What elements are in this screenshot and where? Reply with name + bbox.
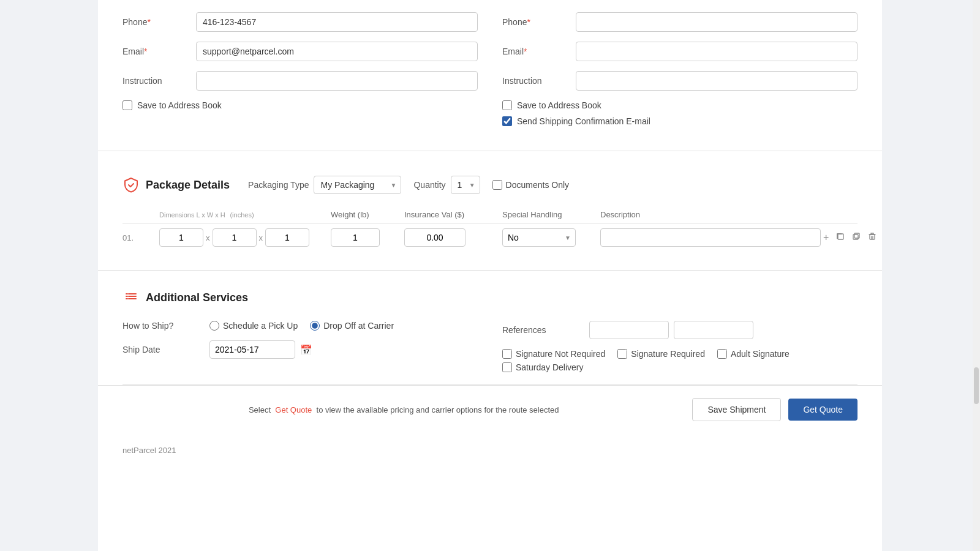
- ship-date-row: Ship Date 📅: [123, 340, 478, 359]
- saturday-delivery-checkbox[interactable]: [502, 362, 512, 372]
- references-label: References: [502, 325, 582, 335]
- schedule-pickup-option[interactable]: Schedule a Pick Up: [209, 321, 298, 331]
- sender-save-address-label[interactable]: Save to Address Book: [137, 100, 222, 110]
- dimensions-inputs: x x: [159, 228, 331, 247]
- scrollbar-thumb[interactable]: [974, 367, 979, 404]
- insurance-input[interactable]: [404, 228, 466, 247]
- col-dimensions-label: Dimensions L x W x H (inches): [159, 210, 331, 219]
- calendar-icon[interactable]: 📅: [300, 344, 312, 356]
- recipient-instruction-row: Instruction: [502, 71, 858, 91]
- add-row-button[interactable]: +: [821, 231, 831, 244]
- length-input[interactable]: [159, 228, 203, 247]
- special-handling-select[interactable]: No Fragile Oversized Hazmat: [502, 228, 576, 247]
- weight-input[interactable]: [331, 228, 380, 247]
- scrollbar[interactable]: [973, 0, 980, 551]
- package-table-header: Dimensions L x W x H (inches) Weight (lb…: [123, 206, 858, 223]
- packaging-type-wrapper: My Packaging FedEx Box FedEx Envelope UP…: [314, 176, 401, 194]
- reference2-input[interactable]: [674, 321, 753, 339]
- ship-date-input[interactable]: [209, 340, 295, 359]
- recipient-phone-input[interactable]: [576, 12, 858, 32]
- sig-not-required-option: Signature Not Required: [502, 349, 605, 359]
- footer-bar: Select Get Quote to view the available p…: [98, 385, 882, 433]
- date-wrapper: 📅: [209, 340, 312, 359]
- recipient-phone-label: Phone*: [502, 17, 576, 27]
- sender-instruction-label: Instruction: [123, 76, 196, 86]
- quantity-label: Quantity: [413, 180, 445, 190]
- recipient-email-label: Email*: [502, 47, 576, 56]
- description-input[interactable]: [600, 228, 821, 247]
- dim-x-separator-2: x: [259, 233, 263, 242]
- sender-phone-input[interactable]: [196, 12, 478, 32]
- sender-email-input[interactable]: [196, 42, 478, 61]
- col-weight-label: Weight (lb): [331, 210, 404, 219]
- recipient-email-input[interactable]: [576, 42, 858, 61]
- package-details-section: Package Details Packaging Type My Packag…: [98, 157, 882, 264]
- table-row: 01. x x No Fragile Oversized: [123, 228, 858, 247]
- footer-year: 2021: [159, 446, 176, 455]
- reference1-input[interactable]: [589, 321, 669, 339]
- svg-rect-2: [854, 233, 859, 238]
- send-confirmation-label[interactable]: Send Shipping Confirmation E-mail: [517, 116, 650, 126]
- recipient-save-address-checkbox[interactable]: [502, 100, 512, 110]
- package-icon: [123, 176, 140, 193]
- services-right-col: References Signature Not Required: [502, 321, 858, 372]
- sig-not-required-checkbox[interactable]: [502, 349, 512, 359]
- list-icon: [123, 289, 140, 306]
- footer-text: Select Get Quote to view the available p…: [123, 405, 685, 414]
- save-shipment-button[interactable]: Save Shipment: [692, 398, 781, 421]
- sig-required-checkbox[interactable]: [617, 349, 627, 359]
- quantity-wrapper: 1 2 3 4 5 ▼: [451, 176, 480, 194]
- recipient-instruction-input[interactable]: [576, 71, 858, 91]
- references-row: References: [502, 321, 858, 339]
- duplicate-row-button[interactable]: [850, 231, 863, 244]
- adult-sig-label[interactable]: Adult Signature: [731, 349, 790, 359]
- signature-options-area: Signature Not Required Signature Require…: [502, 349, 858, 372]
- height-input[interactable]: [265, 228, 309, 247]
- svg-rect-1: [853, 234, 858, 239]
- additional-section-title: Additional Services: [146, 291, 248, 304]
- signature-group: Signature Not Required Signature Require…: [502, 349, 858, 359]
- sig-required-option: Signature Required: [617, 349, 705, 359]
- documents-only-label[interactable]: Documents Only: [506, 180, 569, 190]
- svg-rect-3: [870, 234, 875, 239]
- send-confirmation-checkbox[interactable]: [502, 116, 512, 126]
- saturday-delivery-label[interactable]: Saturday Delivery: [516, 362, 584, 372]
- brand-name: netParcel: [123, 446, 156, 455]
- special-handling-wrapper: No Fragile Oversized Hazmat ▼: [502, 228, 576, 247]
- package-section-title: Package Details: [146, 179, 230, 192]
- dropoff-carrier-option[interactable]: Drop Off at Carrier: [310, 321, 394, 331]
- sender-save-address-row: Save to Address Book: [123, 100, 478, 110]
- svg-rect-0: [838, 234, 843, 239]
- col-special-label: Special Handling: [502, 210, 600, 219]
- saturday-delivery-row: Saturday Delivery: [502, 362, 858, 372]
- row-number: 01.: [123, 233, 159, 242]
- dropoff-carrier-radio[interactable]: [310, 321, 320, 331]
- adult-sig-checkbox[interactable]: [717, 349, 727, 359]
- services-grid: How to Ship? Schedule a Pick Up Drop Off…: [123, 321, 858, 372]
- sender-instruction-input[interactable]: [196, 71, 478, 91]
- recipient-phone-row: Phone*: [502, 12, 858, 32]
- sender-instruction-row: Instruction: [123, 71, 478, 91]
- how-to-ship-row: How to Ship? Schedule a Pick Up Drop Off…: [123, 321, 478, 331]
- get-quote-button[interactable]: Get Quote: [788, 399, 858, 421]
- documents-only-wrapper: Documents Only: [492, 180, 569, 190]
- documents-only-checkbox[interactable]: [492, 180, 502, 190]
- sig-not-required-label[interactable]: Signature Not Required: [516, 349, 605, 359]
- quantity-select[interactable]: 1 2 3 4 5: [451, 176, 480, 194]
- sig-required-label[interactable]: Signature Required: [631, 349, 705, 359]
- services-left-col: How to Ship? Schedule a Pick Up Drop Off…: [123, 321, 478, 372]
- width-input[interactable]: [213, 228, 257, 247]
- recipient-save-address-label[interactable]: Save to Address Book: [517, 100, 601, 110]
- packaging-type-select[interactable]: My Packaging FedEx Box FedEx Envelope UP…: [314, 176, 401, 194]
- sender-save-address-checkbox[interactable]: [123, 100, 132, 110]
- delete-row-button[interactable]: [865, 231, 879, 244]
- weight-cell: [331, 228, 404, 247]
- sender-phone-label: Phone*: [123, 17, 196, 27]
- schedule-pickup-label: Schedule a Pick Up: [223, 321, 298, 331]
- schedule-pickup-radio[interactable]: [209, 321, 219, 331]
- ship-date-label: Ship Date: [123, 345, 202, 354]
- get-quote-link[interactable]: Get Quote: [275, 405, 312, 414]
- page-footer: netParcel 2021: [98, 433, 882, 467]
- dropoff-carrier-label: Drop Off at Carrier: [323, 321, 394, 331]
- copy-row-button[interactable]: [834, 231, 847, 244]
